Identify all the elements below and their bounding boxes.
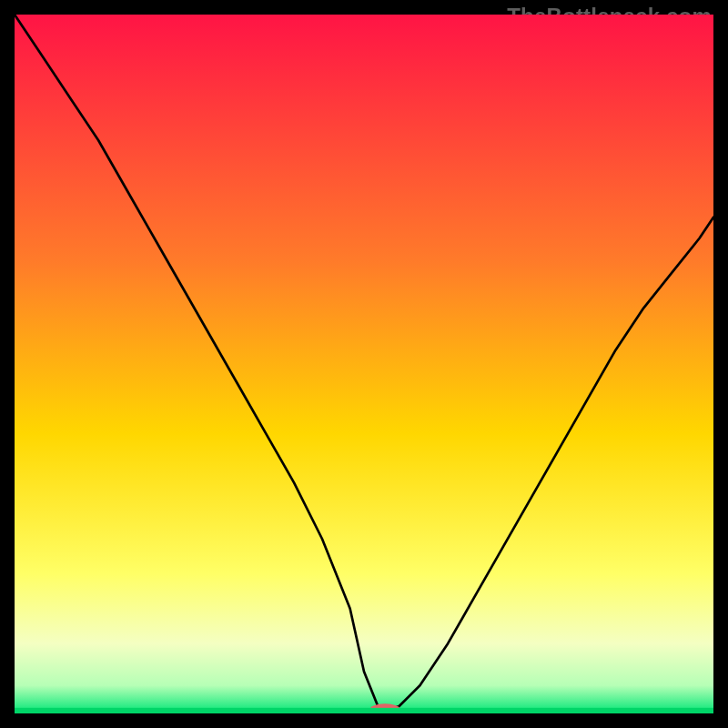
bottleneck-chart: TheBottleneck.com: [0, 0, 728, 728]
green-baseline: [15, 708, 713, 713]
chart-svg: [15, 15, 713, 713]
plot-area: [15, 15, 713, 713]
